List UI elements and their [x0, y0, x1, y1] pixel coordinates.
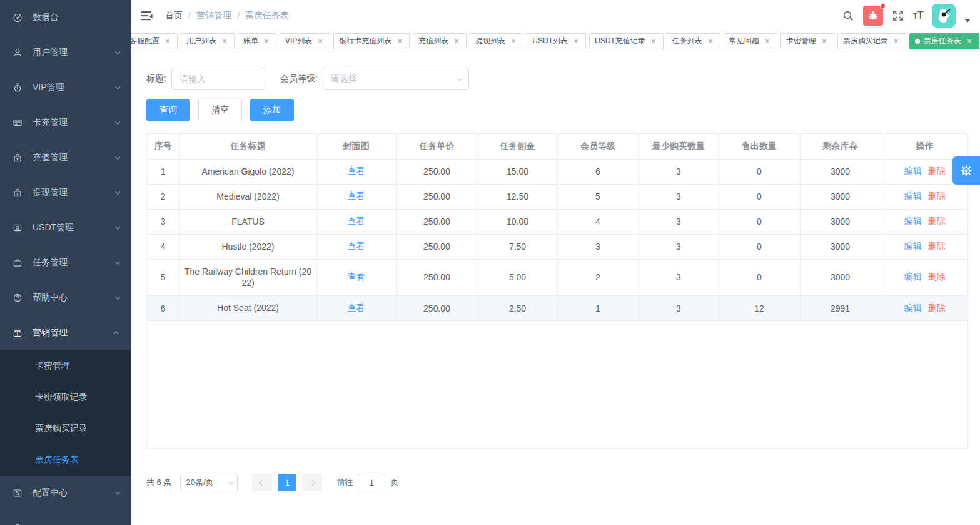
- app-root: 数据台用户管理VIP管理卡充管理充值管理提现管理USDT管理任务管理帮助中心营销…: [0, 0, 980, 525]
- tab-提现列表[interactable]: 提现列表×: [470, 33, 523, 49]
- sidebar-item-partial[interactable]: [0, 511, 131, 525]
- avatar[interactable]: [932, 4, 956, 28]
- title-input[interactable]: [171, 68, 265, 90]
- tab-close-icon[interactable]: ×: [163, 37, 172, 46]
- tab-常见问题[interactable]: 常见问题×: [724, 33, 777, 49]
- sidebar-item-2[interactable]: VIP管理: [0, 70, 131, 105]
- sidebar-item-label: 用户管理: [33, 47, 115, 58]
- tab-label: 任务列表: [672, 36, 702, 46]
- sidebar-item-6[interactable]: USDT管理: [0, 210, 131, 245]
- tab-close-icon[interactable]: ×: [316, 37, 325, 46]
- tab-充值列表[interactable]: 充值列表×: [413, 33, 467, 49]
- edit-link[interactable]: 编辑: [904, 303, 922, 313]
- delete-link[interactable]: 删除: [928, 303, 946, 313]
- tab-用户列表[interactable]: 用户列表×: [181, 33, 235, 49]
- tab-银行卡充值列表[interactable]: 银行卡充值列表×: [333, 33, 410, 49]
- tab-卡密管理[interactable]: 卡密管理×: [780, 33, 834, 49]
- view-cover-link[interactable]: 查看: [348, 272, 365, 282]
- sidebar-item-4[interactable]: 充值管理: [0, 140, 131, 175]
- sidebar-item-9[interactable]: 营销管理: [0, 315, 131, 350]
- query-button[interactable]: 查询: [146, 99, 190, 121]
- error-log-button[interactable]: [863, 6, 883, 26]
- tab-VIP列表[interactable]: VIP列表×: [280, 33, 330, 49]
- tab-客服配置[interactable]: 客服配置×: [131, 33, 178, 49]
- tab-close-icon[interactable]: ×: [262, 37, 271, 46]
- tab-USDT充值记录[interactable]: USDT充值记录×: [589, 33, 664, 49]
- tab-close-icon[interactable]: ×: [395, 37, 404, 46]
- edit-link[interactable]: 编辑: [904, 241, 922, 251]
- sidebar-subitem[interactable]: 卡密管理: [0, 350, 131, 382]
- font-size-icon[interactable]: тT: [913, 9, 923, 22]
- sidebar-item-10[interactable]: 配置中心: [0, 476, 131, 511]
- sidebar-item-label: 任务管理: [33, 257, 115, 268]
- breadcrumb-item[interactable]: 首页: [165, 10, 183, 21]
- cell-title: American Gigolo (2022): [179, 159, 316, 184]
- tab-close-icon[interactable]: ×: [452, 37, 461, 46]
- tab-close-icon[interactable]: ×: [820, 37, 829, 46]
- sidebar-item-3[interactable]: 卡充管理: [0, 105, 131, 140]
- edit-link[interactable]: 编辑: [904, 166, 922, 176]
- user-icon: [13, 48, 23, 58]
- tab-票房购买记录[interactable]: 票房购买记录×: [837, 33, 906, 49]
- table-row: 2Medieval (2022)查看250.0012.505303000编辑删除: [147, 184, 968, 209]
- tab-任务列表[interactable]: 任务列表×: [667, 33, 720, 49]
- tab-账单[interactable]: 账单×: [238, 33, 276, 49]
- view-cover-link[interactable]: 查看: [348, 241, 365, 251]
- gauge-icon: [13, 13, 23, 23]
- add-button[interactable]: 添加: [250, 99, 294, 121]
- sidebar-item-0[interactable]: 数据台: [0, 0, 131, 35]
- clear-button[interactable]: 清空: [198, 99, 242, 121]
- prev-page-button[interactable]: [252, 474, 272, 491]
- cell-price: 250.00: [396, 159, 478, 184]
- edit-link[interactable]: 编辑: [904, 216, 922, 226]
- sidebar-subitem[interactable]: 票房购买记录: [0, 413, 131, 444]
- tab-USDT列表[interactable]: USDT列表×: [527, 33, 586, 49]
- delete-link[interactable]: 删除: [928, 191, 946, 201]
- delete-link[interactable]: 删除: [928, 272, 946, 282]
- level-select[interactable]: 请选择: [323, 68, 469, 90]
- tab-close-icon[interactable]: ×: [572, 37, 580, 46]
- delete-link[interactable]: 删除: [928, 166, 946, 176]
- tab-close-icon[interactable]: ×: [965, 37, 974, 46]
- goto-page-input[interactable]: [358, 474, 385, 491]
- sidebar-item-5[interactable]: 提现管理: [0, 175, 131, 210]
- view-cover-link[interactable]: 查看: [348, 191, 365, 201]
- view-cover-link[interactable]: 查看: [348, 166, 365, 176]
- search-icon[interactable]: [842, 9, 854, 22]
- page-size-value: 20条/页: [186, 477, 213, 488]
- edit-link[interactable]: 编辑: [904, 272, 922, 282]
- page-1-button[interactable]: 1: [278, 474, 296, 491]
- settings-panel-button[interactable]: [952, 156, 980, 185]
- sidebar-item-1[interactable]: 用户管理: [0, 35, 131, 70]
- delete-link[interactable]: 删除: [928, 241, 946, 251]
- sidebar-item-label: USDT管理: [33, 222, 115, 233]
- cell-index: 5: [147, 259, 179, 296]
- sidebar-collapse-icon[interactable]: [140, 9, 154, 23]
- tab-票房任务表[interactable]: 票房任务表×: [909, 33, 979, 49]
- breadcrumb-item: 票房任务表: [245, 10, 289, 21]
- tab-close-icon[interactable]: ×: [509, 37, 518, 46]
- cell-level: 4: [557, 209, 639, 234]
- page-size-select[interactable]: 20条/页: [180, 474, 238, 491]
- sliders-icon: [13, 488, 23, 498]
- tab-label: VIP列表: [285, 36, 312, 46]
- tab-close-icon[interactable]: ×: [892, 37, 901, 46]
- tab-close-icon[interactable]: ×: [220, 37, 229, 46]
- sidebar-item-label: 帮助中心: [33, 292, 115, 303]
- edit-link[interactable]: 编辑: [904, 191, 922, 201]
- view-cover-link[interactable]: 查看: [348, 303, 365, 313]
- tab-close-icon[interactable]: ×: [706, 37, 715, 46]
- cell-title: The Railway Children Return (2022): [179, 259, 316, 296]
- avatar-dropdown-caret[interactable]: [964, 19, 971, 23]
- sidebar-subitem[interactable]: 卡密领取记录: [0, 382, 131, 413]
- next-page-button[interactable]: [302, 474, 322, 491]
- view-cover-link[interactable]: 查看: [348, 216, 365, 226]
- sidebar-subitem[interactable]: 票房任务表: [0, 444, 131, 476]
- fullscreen-icon[interactable]: [892, 9, 904, 22]
- sidebar-item-7[interactable]: 任务管理: [0, 245, 131, 280]
- sidebar-item-8[interactable]: 帮助中心: [0, 280, 131, 315]
- table-row: 5The Railway Children Return (2022)查看250…: [147, 259, 968, 296]
- delete-link[interactable]: 删除: [928, 216, 946, 226]
- tab-close-icon[interactable]: ×: [649, 37, 658, 46]
- tab-close-icon[interactable]: ×: [763, 37, 772, 46]
